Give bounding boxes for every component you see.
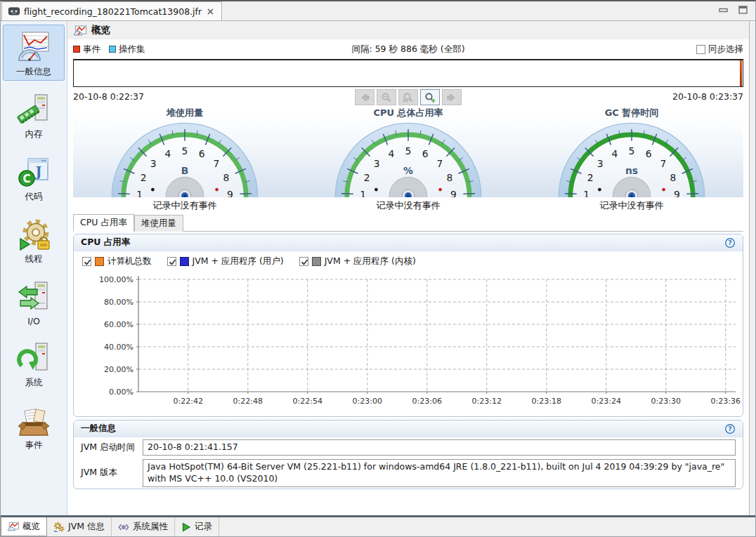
sidebar-item-label: 系统 (25, 377, 43, 389)
svg-text:6: 6 (646, 148, 652, 159)
no-events-label: 记录中没有事件 (296, 197, 520, 213)
svg-text:1: 1 (360, 189, 366, 197)
bottom-tab-bar: 概览 JVM 信息 系统属性 记录 (1, 517, 755, 536)
help-icon[interactable]: ? (724, 237, 736, 248)
svg-text:0:22:54: 0:22:54 (293, 397, 322, 406)
gauge-gc: GC 暂停时间 012345678910ns (520, 106, 743, 197)
maximize-icon[interactable] (737, 5, 748, 15)
minimize-icon[interactable] (717, 5, 729, 15)
zoom-selection-button[interactable] (398, 89, 418, 105)
sidebar-item-memory[interactable]: 内存 (3, 87, 65, 143)
editor-right-trim (749, 21, 755, 515)
svg-text:7: 7 (436, 158, 443, 169)
sidebar: 一般信息 内存 (1, 21, 67, 515)
sidebar-item-io[interactable]: I/O (3, 274, 65, 329)
no-events-label: 记录中没有事件 (73, 197, 296, 213)
sidebar-item-label: 事件 (25, 439, 43, 451)
sidebar-item-threads[interactable]: 线程 (3, 212, 65, 268)
gauge-title: 堆使用量 (167, 107, 203, 119)
flight-recording-icon (8, 7, 20, 15)
jvm-start-time-field[interactable]: 20-10-8 0:21:41.157 (143, 439, 736, 456)
bottom-tab-jvm-info[interactable]: JVM 信息 (47, 517, 112, 536)
close-icon[interactable] (206, 7, 215, 16)
series-color-swatch (95, 257, 104, 266)
general-info-section: 一般信息 ? JVM 启动时间 20-10-8 0:21:41.157 JVM … (73, 420, 743, 489)
jvm-start-time-label: JVM 启动时间 (81, 442, 143, 453)
checkbox-checked[interactable] (82, 257, 91, 266)
timeline-position-marker (740, 60, 742, 86)
svg-text:100.00%: 100.00% (99, 275, 133, 284)
cpu-usage-dial: 012345678910% (325, 119, 491, 197)
interval-label: 间隔: 59 秒 886 毫秒 (全部) (351, 44, 464, 55)
series-toggle-jvm-user[interactable]: JVM + 应用程序 (用户) (167, 256, 284, 267)
sidebar-item-label: 线程 (25, 253, 43, 265)
nav-forward-button[interactable] (442, 89, 462, 105)
svg-text:2: 2 (141, 172, 147, 183)
svg-text:8: 8 (670, 172, 676, 183)
general-section-header: 一般信息 ? (74, 420, 743, 437)
gauge-title: GC 暂停时间 (605, 107, 659, 119)
help-icon[interactable]: ? (724, 423, 736, 435)
system-properties-tab-icon (118, 522, 129, 532)
sync-selection-toggle[interactable]: 同步选择 (696, 44, 743, 55)
range-start-time: 20-10-8 0:22:37 (73, 91, 144, 102)
svg-text:0:23:24: 0:23:24 (592, 397, 621, 406)
zoom-out-button[interactable] (377, 89, 396, 105)
sidebar-item-code[interactable]: J C 代码 (3, 150, 65, 206)
sidebar-item-system[interactable]: 系统 (3, 336, 65, 392)
svg-text:4: 4 (389, 148, 395, 159)
cpu-usage-chart[interactable]: 100.00%80.00%60.00%40.00%20.00%0.00%0:22… (74, 271, 743, 416)
timeline-range-row: 20-10-8 0:22:37 (73, 87, 743, 106)
recording-tab-icon (181, 522, 191, 532)
gauge-captions: 记录中没有事件 记录中没有事件 记录中没有事件 (73, 197, 743, 213)
timeline-nav-buttons (355, 89, 462, 105)
svg-text:0.00%: 0.00% (109, 387, 133, 397)
svg-text:7: 7 (660, 158, 666, 169)
checkbox-checked[interactable] (167, 257, 176, 266)
memory-icon (16, 92, 51, 127)
editor-tab-flight-recording[interactable]: flight_recording_180221Tomcat13908.jfr (1, 1, 222, 20)
jvm-version-field[interactable]: Java HotSpot(TM) 64-Bit Server VM (25.22… (143, 459, 736, 487)
checkbox-checked[interactable] (299, 257, 308, 266)
editor-tab-title: flight_recording_180221Tomcat13908.jfr (24, 6, 202, 17)
page-title: 概览 (91, 24, 110, 37)
series-color-swatch (180, 257, 189, 266)
bottom-tab-overview[interactable]: 概览 (1, 517, 47, 536)
bottom-tab-recording[interactable]: 记录 (175, 517, 219, 536)
gauge-title: CPU 总体占用率 (373, 107, 443, 119)
sync-selection-checkbox[interactable] (696, 45, 705, 54)
svg-text:40.00%: 40.00% (104, 343, 133, 352)
operative-set-color-swatch (109, 46, 116, 53)
jvm-version-label: JVM 版本 (81, 467, 143, 479)
series-toggle-machine-total[interactable]: 计算机总数 (82, 256, 152, 267)
bottom-tab-system-properties[interactable]: 系统属性 (112, 517, 175, 536)
svg-text:8: 8 (223, 172, 229, 183)
events-icon (16, 403, 51, 438)
gauge-strip: 堆使用量 012345678910B CPU 总体占用率 01234567891… (73, 106, 743, 197)
sidebar-item-label: 代码 (25, 191, 43, 203)
svg-text:8: 8 (446, 172, 452, 183)
svg-text:9: 9 (227, 189, 233, 197)
series-legend-row: 计算机总数 JVM + 应用程序 (用户) JVM + 应用程序 (内核) (74, 251, 743, 271)
sidebar-item-general[interactable]: 一般信息 (3, 25, 65, 81)
svg-text:4: 4 (165, 148, 171, 159)
svg-text:B: B (181, 165, 189, 176)
view-window-buttons (717, 5, 748, 15)
svg-text:3: 3 (597, 158, 604, 169)
timeline-strip[interactable] (73, 59, 743, 87)
tab-cpu-usage[interactable]: CPU 占用率 (73, 214, 134, 232)
page-header: 概览 (67, 21, 749, 39)
code-icon: J C (16, 154, 51, 190)
sidebar-item-label: I/O (27, 316, 40, 326)
nav-back-button[interactable] (355, 89, 374, 105)
chart-tab-folder: CPU 占用率 堆使用量 (73, 214, 743, 232)
tab-heap-usage[interactable]: 堆使用量 (134, 215, 183, 232)
series-toggle-jvm-kernel[interactable]: JVM + 应用程序 (内核) (299, 256, 416, 267)
svg-text:?: ? (728, 425, 732, 432)
zoom-in-button[interactable] (420, 89, 440, 105)
svg-text:5: 5 (405, 145, 412, 157)
io-icon (16, 279, 51, 314)
sidebar-item-events[interactable]: 事件 (3, 398, 65, 454)
legend-operative-set: 操作集 (109, 44, 145, 55)
jvm-info-tab-icon (53, 522, 65, 532)
